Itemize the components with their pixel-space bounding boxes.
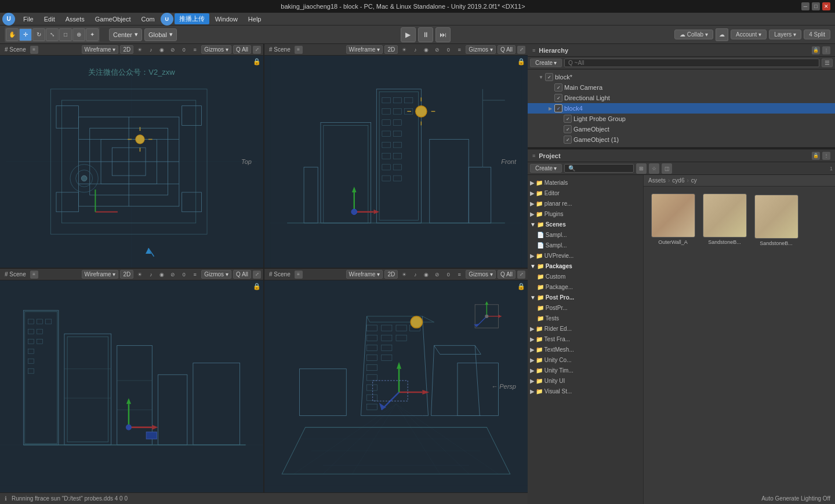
transform-all-tool[interactable]: ⊕	[72, 28, 85, 41]
account-button[interactable]: Account ▾	[731, 30, 767, 39]
rect-tool[interactable]: □	[59, 28, 72, 41]
hierarchy-menu-btn[interactable]: ⋮	[822, 46, 830, 54]
stats-icon-tr[interactable]: 0	[444, 45, 453, 54]
2d-btn-tr[interactable]: 2D	[384, 45, 398, 54]
audio-icon-tl[interactable]: ♪	[146, 45, 155, 54]
lock-icon-br[interactable]: 🔒	[517, 283, 525, 290]
tree-check-lightprobe[interactable]: ✓	[564, 115, 572, 123]
tree-check-go[interactable]: ✓	[564, 125, 572, 133]
gizmos-bl[interactable]: Gizmos ▾	[201, 270, 231, 279]
vfx-icon-br[interactable]: ◉	[422, 270, 431, 279]
audio-icon-br[interactable]: ♪	[411, 270, 420, 279]
tree-item-go[interactable]: ✓ GameObject	[528, 124, 835, 134]
project-create-btn[interactable]: Create ▾	[530, 164, 562, 173]
hierarchy-lock-btn[interactable]: 🔒	[812, 46, 820, 54]
breadcrumb-cy[interactable]: cy	[691, 177, 697, 184]
vfx-icon-bl[interactable]: ◉	[157, 270, 166, 279]
light-icon-tl[interactable]: ☀	[135, 45, 144, 54]
global-dropdown[interactable]: Global ▾	[144, 28, 177, 41]
project-tree-postpr[interactable]: 📁 PostPr...	[528, 302, 643, 313]
project-tree-package[interactable]: 📁 Package...	[528, 282, 643, 292]
scene-menu-br[interactable]: ≡	[295, 271, 303, 279]
project-tree-planar[interactable]: ▶ 📁 planar re...	[528, 198, 643, 209]
project-tree-testfra[interactable]: ▶ 📁 Test Fra...	[528, 334, 643, 344]
breadcrumb-cyd6[interactable]: cyd6	[672, 177, 684, 184]
project-tree-packages[interactable]: ▼ 📁 Packages	[528, 261, 643, 271]
tree-item-block4[interactable]: ▶ ✓ block4	[528, 103, 835, 114]
vfx-icon-tl[interactable]: ◉	[157, 45, 166, 54]
tree-check-go1[interactable]: ✓	[564, 136, 572, 144]
light-icon-bl[interactable]: ☀	[135, 270, 144, 279]
all-tl[interactable]: Q All	[233, 45, 251, 54]
scene-expand-tr[interactable]: ⤢	[517, 46, 525, 54]
wireframe-dropdown-tr[interactable]: Wireframe ▾	[346, 45, 383, 54]
scene-expand-bl[interactable]: ⤢	[253, 271, 261, 279]
tree-item-lightprobe[interactable]: ✓ Light Probe Group	[528, 114, 835, 124]
all-tr[interactable]: Q All	[498, 45, 515, 54]
project-tree-uvpreview[interactable]: ▶ 📁 UVPrevie...	[528, 250, 643, 261]
menu-file[interactable]: File	[19, 14, 38, 24]
wireframe-dropdown-bl[interactable]: Wireframe ▾	[82, 270, 119, 279]
project-tree-sampl1[interactable]: 📄 Sampl...	[528, 229, 643, 240]
light-icon-tr[interactable]: ☀	[400, 45, 409, 54]
stats-icon-br[interactable]: 0	[444, 270, 453, 279]
scale-tool[interactable]: ⤡	[46, 28, 59, 41]
project-tree-tests[interactable]: 📁 Tests	[528, 313, 643, 323]
gizmos-br[interactable]: Gizmos ▾	[466, 270, 496, 279]
scene-top-right[interactable]: # Scene ≡ Wireframe ▾ 2D ☀ ♪ ◉ ⊘ 0 ≡ Giz…	[264, 44, 528, 268]
hand-tool[interactable]: ✋	[6, 28, 19, 41]
scene-bottom-left[interactable]: # Scene ≡ Wireframe ▾ 2D ☀ ♪ ◉ ⊘ 0 ≡ Giz…	[0, 269, 263, 492]
stats-icon-tl[interactable]: 0	[179, 45, 188, 54]
more-icon-tl[interactable]: ≡	[190, 45, 199, 54]
collab-button[interactable]: ☁ Collab ▾	[674, 30, 713, 39]
vfx-icon-tr[interactable]: ◉	[422, 45, 431, 54]
split-button[interactable]: 4 Split	[804, 30, 830, 39]
project-tree-unityui[interactable]: ▶ 📁 Unity UI	[528, 375, 643, 386]
project-tree-unitytim[interactable]: ▶ 📁 Unity Tim...	[528, 365, 643, 375]
stats-icon-bl[interactable]: 0	[179, 270, 188, 279]
scene-bottom-right[interactable]: # Scene ≡ Wireframe ▾ 2D ☀ ♪ ◉ ⊘ 0 ≡ Giz…	[264, 269, 528, 492]
scene-top-left[interactable]: # Scene ≡ Wireframe ▾ 2D ☀ ♪ ◉ ⊘ 0 ≡ Giz…	[0, 44, 263, 268]
tree-item-dirlight[interactable]: ✓ Directional Light	[528, 93, 835, 103]
hierarchy-filter[interactable]: ☰	[822, 59, 833, 67]
scene-expand-tl[interactable]: ⤢	[253, 46, 261, 54]
tree-check-dirlight[interactable]: ✓	[554, 94, 562, 102]
tree-check-block[interactable]: ✓	[545, 73, 553, 81]
menu-window[interactable]: Window	[210, 14, 242, 24]
hierarchy-search[interactable]	[564, 59, 819, 67]
play-button[interactable]: ▶	[401, 27, 416, 42]
center-dropdown[interactable]: Center ▾	[109, 28, 142, 41]
project-tree-unityco[interactable]: ▶ 📁 Unity Co...	[528, 355, 643, 365]
lock-icon-bl[interactable]: 🔒	[253, 283, 261, 290]
asset-sandstone1[interactable]: SandstoneB...	[700, 191, 749, 249]
minimize-button[interactable]: ─	[801, 2, 809, 10]
menu-help[interactable]: Help	[244, 14, 266, 24]
menu-gameobject[interactable]: GameObject	[90, 14, 136, 24]
project-tree-plugins[interactable]: ▶ 📁 Plugins	[528, 209, 643, 219]
scene-expand-br[interactable]: ⤢	[517, 271, 525, 279]
project-tree-scenes[interactable]: ▼ 📁 Scenes	[528, 219, 643, 229]
all-br[interactable]: Q All	[498, 270, 515, 279]
breadcrumb-assets[interactable]: Assets	[648, 177, 666, 184]
scene-menu-top-right[interactable]: ≡	[295, 46, 303, 54]
hide-icon-br[interactable]: ⊘	[433, 270, 442, 279]
lock-icon-tr[interactable]: 🔒	[517, 58, 525, 65]
more-icon-br[interactable]: ≡	[455, 270, 464, 279]
project-search[interactable]	[564, 164, 634, 173]
maximize-button[interactable]: □	[812, 2, 820, 10]
asset-outerwall[interactable]: OuterWall_A	[648, 191, 698, 249]
lock-icon-tl[interactable]: 🔒	[253, 58, 261, 65]
project-tree-editor[interactable]: ▶ 📁 Editor	[528, 188, 643, 198]
hide-icon-tr[interactable]: ⊘	[433, 45, 442, 54]
project-tree-custom[interactable]: 📁 Custom	[528, 271, 643, 282]
scene-menu-top-left[interactable]: ≡	[30, 46, 38, 54]
project-tree[interactable]: ▶ 📁 Materials ▶ 📁 Editor ▶ 📁 planar re..…	[528, 175, 644, 504]
rotate-tool[interactable]: ↻	[32, 28, 45, 41]
cloud-button[interactable]: ☁	[716, 28, 728, 41]
menu-com[interactable]: Com	[136, 14, 159, 24]
project-tree-postpro[interactable]: ▼ 📁 Post Pro...	[528, 292, 643, 302]
project-lock-btn[interactable]: 🔒	[812, 152, 820, 160]
2d-btn-tl[interactable]: 2D	[120, 45, 133, 54]
tree-check-block4[interactable]: ✓	[554, 104, 562, 112]
pause-button[interactable]: ⏸	[418, 27, 433, 42]
